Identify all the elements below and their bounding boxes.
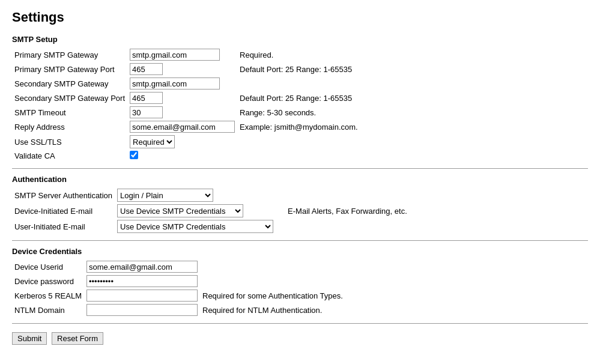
authentication-title: Authentication bbox=[12, 175, 588, 184]
device-email-cell: Use Device SMTP Credentials None Login /… bbox=[115, 203, 276, 219]
user-email-label: User-Initiated E-mail bbox=[12, 219, 115, 234]
primary-smtp-gateway-label: Primary SMTP Gateway bbox=[12, 47, 127, 62]
device-credentials-table: Device Userid Device password Kerberos 5… bbox=[12, 259, 345, 317]
reset-button[interactable]: Reset Form bbox=[52, 332, 103, 345]
authentication-section: Authentication SMTP Server Authenticatio… bbox=[12, 175, 588, 234]
device-credentials-title: Device Credentials bbox=[12, 247, 588, 256]
secondary-smtp-port-hint: Default Port: 25 Range: 1-65535 bbox=[237, 91, 360, 105]
use-ssl-label: Use SSL/TLS bbox=[12, 134, 127, 150]
submit-button[interactable]: Submit bbox=[12, 332, 47, 345]
secondary-smtp-gateway-input[interactable] bbox=[130, 77, 220, 89]
primary-smtp-gateway-hint: Required. bbox=[237, 47, 360, 62]
table-row: Kerberos 5 REALM Required for some Authe… bbox=[12, 288, 345, 303]
table-row: Secondary SMTP Gateway bbox=[12, 76, 360, 91]
validate-ca-checkbox[interactable] bbox=[130, 151, 138, 159]
device-credentials-section: Device Credentials Device Userid Device … bbox=[12, 247, 588, 317]
smtp-auth-cell: Login / Plain NTLM Kerberos 5 bbox=[115, 187, 276, 203]
kerberos-realm-hint: Required for some Authentication Types. bbox=[200, 288, 345, 303]
table-row: NTLM Domain Required for NTLM Authentica… bbox=[12, 303, 345, 317]
reply-address-cell bbox=[127, 120, 237, 134]
user-email-select[interactable]: Use Device SMTP Credentials None Login /… bbox=[117, 220, 273, 233]
button-row: Submit Reset Form bbox=[12, 332, 588, 345]
divider-1 bbox=[12, 168, 588, 169]
primary-smtp-gateway-input[interactable] bbox=[130, 49, 220, 61]
smtp-auth-label: SMTP Server Authentication bbox=[12, 187, 115, 203]
ntlm-domain-label: NTLM Domain bbox=[12, 303, 84, 317]
smtp-timeout-input[interactable] bbox=[130, 106, 163, 118]
ntlm-domain-input[interactable] bbox=[86, 304, 198, 316]
table-row: Device Userid bbox=[12, 259, 345, 274]
device-userid-input[interactable] bbox=[86, 261, 198, 273]
smtp-timeout-label: SMTP Timeout bbox=[12, 105, 127, 120]
divider-3 bbox=[12, 323, 588, 324]
table-row: SMTP Timeout Range: 5-30 seconds. bbox=[12, 105, 360, 120]
table-row: Secondary SMTP Gateway Port Default Port… bbox=[12, 91, 360, 105]
secondary-smtp-gateway-label: Secondary SMTP Gateway bbox=[12, 76, 127, 91]
device-email-select[interactable]: Use Device SMTP Credentials None Login /… bbox=[117, 204, 243, 217]
reply-address-input[interactable] bbox=[130, 121, 235, 133]
primary-smtp-port-hint: Default Port: 25 Range: 1-65535 bbox=[237, 62, 360, 76]
smtp-setup-table: Primary SMTP Gateway Required. Primary S… bbox=[12, 47, 360, 162]
page-title: Settings bbox=[12, 10, 588, 25]
device-email-label: Device-Initiated E-mail bbox=[12, 203, 115, 219]
ntlm-domain-cell bbox=[84, 303, 200, 317]
table-row: Device-Initiated E-mail Use Device SMTP … bbox=[12, 203, 410, 219]
device-email-hint: E-Mail Alerts, Fax Forwarding, etc. bbox=[276, 203, 410, 219]
kerberos-realm-label: Kerberos 5 REALM bbox=[12, 288, 84, 303]
primary-smtp-port-cell bbox=[127, 62, 237, 76]
use-ssl-cell: Required None Optional bbox=[127, 134, 237, 150]
secondary-smtp-gateway-hint bbox=[237, 76, 360, 91]
table-row: Primary SMTP Gateway Port Default Port: … bbox=[12, 62, 360, 76]
table-row: User-Initiated E-mail Use Device SMTP Cr… bbox=[12, 219, 410, 234]
reply-address-hint: Example: jsmith@mydomain.com. bbox=[237, 120, 360, 134]
primary-smtp-port-label: Primary SMTP Gateway Port bbox=[12, 62, 127, 76]
device-password-cell bbox=[84, 274, 200, 288]
kerberos-realm-input[interactable] bbox=[86, 290, 198, 302]
table-row: SMTP Server Authentication Login / Plain… bbox=[12, 187, 410, 203]
validate-ca-label: Validate CA bbox=[12, 150, 127, 162]
primary-smtp-gateway-cell bbox=[127, 47, 237, 62]
smtp-setup-section: SMTP Setup Primary SMTP Gateway Required… bbox=[12, 35, 588, 162]
device-password-input[interactable] bbox=[86, 275, 198, 287]
smtp-setup-title: SMTP Setup bbox=[12, 35, 588, 44]
secondary-smtp-port-input[interactable] bbox=[130, 92, 163, 104]
primary-smtp-port-input[interactable] bbox=[130, 63, 163, 75]
authentication-table: SMTP Server Authentication Login / Plain… bbox=[12, 187, 410, 234]
smtp-timeout-hint: Range: 5-30 seconds. bbox=[237, 105, 360, 120]
ntlm-domain-hint: Required for NTLM Authentication. bbox=[200, 303, 345, 317]
table-row: Primary SMTP Gateway Required. bbox=[12, 47, 360, 62]
table-row: Use SSL/TLS Required None Optional bbox=[12, 134, 360, 150]
secondary-smtp-port-label: Secondary SMTP Gateway Port bbox=[12, 91, 127, 105]
table-row: Device password bbox=[12, 274, 345, 288]
validate-ca-cell bbox=[127, 150, 237, 162]
device-password-label: Device password bbox=[12, 274, 84, 288]
device-userid-cell bbox=[84, 259, 200, 274]
table-row: Validate CA bbox=[12, 150, 360, 162]
kerberos-realm-cell bbox=[84, 288, 200, 303]
device-userid-label: Device Userid bbox=[12, 259, 84, 274]
reply-address-label: Reply Address bbox=[12, 120, 127, 134]
smtp-auth-select[interactable]: Login / Plain NTLM Kerberos 5 bbox=[117, 189, 213, 202]
secondary-smtp-gateway-cell bbox=[127, 76, 237, 91]
use-ssl-select[interactable]: Required None Optional bbox=[130, 135, 175, 148]
secondary-smtp-port-cell bbox=[127, 91, 237, 105]
divider-2 bbox=[12, 240, 588, 241]
user-email-cell: Use Device SMTP Credentials None Login /… bbox=[115, 219, 276, 234]
table-row: Reply Address Example: jsmith@mydomain.c… bbox=[12, 120, 360, 134]
smtp-timeout-cell bbox=[127, 105, 237, 120]
